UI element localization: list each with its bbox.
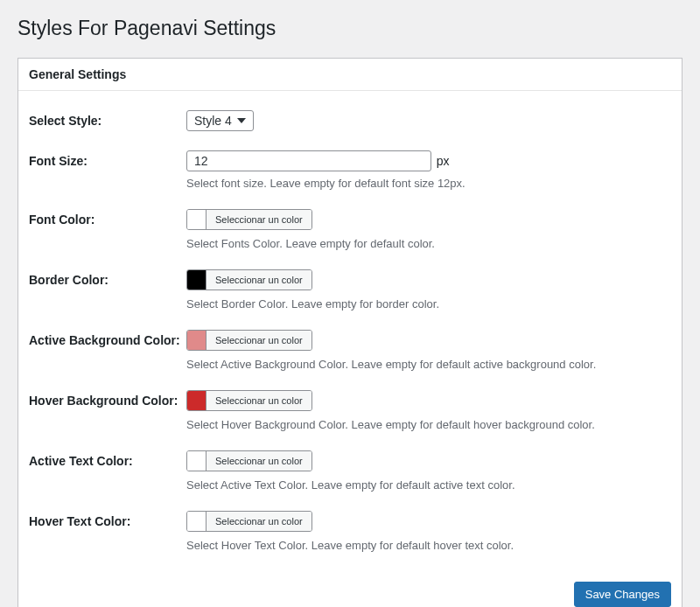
active-bg-picker[interactable]: Seleccionar un color xyxy=(186,330,312,351)
row-hover-text: Hover Text Color: Seleccionar un color S… xyxy=(29,492,671,552)
select-style[interactable]: Style 4 xyxy=(186,110,254,131)
row-font-size: Font Size: px Select font size. Leave em… xyxy=(29,131,671,190)
font-size-input[interactable] xyxy=(186,150,431,171)
hover-text-swatch xyxy=(187,512,206,531)
label-hover-text: Hover Text Color: xyxy=(29,511,186,528)
font-size-desc: Select font size. Leave empty for defaul… xyxy=(186,177,671,190)
active-text-desc: Select Active Text Color. Leave empty fo… xyxy=(186,478,671,492)
label-hover-bg: Hover Background Color: xyxy=(29,390,186,408)
hover-bg-desc: Select Hover Background Color. Leave emp… xyxy=(186,418,671,431)
border-color-picker[interactable]: Seleccionar un color xyxy=(186,269,312,290)
font-color-swatch xyxy=(187,210,206,229)
panel-title: General Settings xyxy=(18,59,682,91)
active-bg-swatch xyxy=(187,331,206,350)
label-font-color: Font Color: xyxy=(29,209,186,227)
hover-text-picker[interactable]: Seleccionar un color xyxy=(186,511,312,532)
active-text-button[interactable]: Seleccionar un color xyxy=(206,451,312,471)
row-active-text: Active Text Color: Seleccionar un color … xyxy=(29,431,671,492)
label-font-size: Font Size: xyxy=(29,150,186,168)
font-color-picker[interactable]: Seleccionar un color xyxy=(186,209,312,230)
active-bg-button[interactable]: Seleccionar un color xyxy=(206,331,312,350)
hover-text-desc: Select Hover Text Color. Leave empty for… xyxy=(186,539,671,552)
row-hover-bg: Hover Background Color: Seleccionar un c… xyxy=(29,371,671,431)
font-color-desc: Select Fonts Color. Leave empty for defa… xyxy=(186,237,671,250)
hover-bg-swatch xyxy=(187,391,206,410)
settings-panel: General Settings Select Style: Style 4 F… xyxy=(18,58,682,607)
label-active-bg: Active Background Color: xyxy=(29,330,186,347)
row-select-style: Select Style: Style 4 xyxy=(29,91,671,131)
hover-text-button[interactable]: Seleccionar un color xyxy=(206,512,312,531)
page-title: Styles For Pagenavi Settings xyxy=(18,9,682,44)
row-font-color: Font Color: Seleccionar un color Select … xyxy=(29,190,671,250)
active-bg-desc: Select Active Background Color. Leave em… xyxy=(186,358,671,371)
label-active-text: Active Text Color: xyxy=(29,450,186,468)
border-color-button[interactable]: Seleccionar un color xyxy=(206,270,312,290)
save-button[interactable]: Save Changes xyxy=(574,582,671,607)
row-active-bg: Active Background Color: Seleccionar un … xyxy=(29,310,671,371)
hover-bg-picker[interactable]: Seleccionar un color xyxy=(186,390,312,411)
border-color-desc: Select Border Color. Leave empty for bor… xyxy=(186,297,671,310)
font-color-button[interactable]: Seleccionar un color xyxy=(206,210,312,229)
border-color-swatch xyxy=(187,270,206,290)
label-border-color: Border Color: xyxy=(29,269,186,287)
active-text-swatch xyxy=(187,451,206,471)
active-text-picker[interactable]: Seleccionar un color xyxy=(186,450,312,471)
label-select-style: Select Style: xyxy=(29,110,186,128)
hover-bg-button[interactable]: Seleccionar un color xyxy=(206,391,312,410)
font-size-suffix: px xyxy=(437,154,450,168)
row-border-color: Border Color: Seleccionar un color Selec… xyxy=(29,250,671,310)
